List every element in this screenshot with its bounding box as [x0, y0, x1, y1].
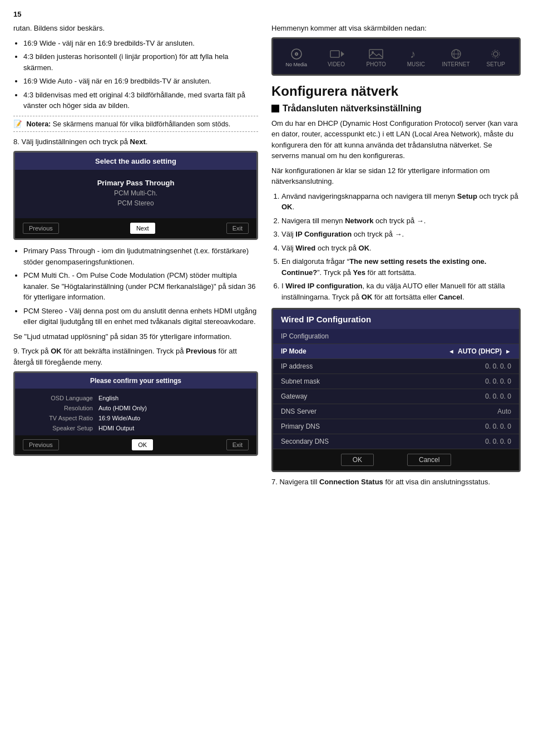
step-item: Välj IP Configuration och tryck på →. [281, 229, 521, 240]
arrow-right-icon: ► [505, 348, 511, 355]
svg-point-12 [492, 50, 500, 58]
audio-option-1: Primary Pass Through [26, 179, 245, 187]
step-item: Välj Wired och tryck på OK. [281, 243, 521, 254]
wired-ok-button[interactable]: OK [341, 454, 374, 466]
tv-menu-item-video: VIDEO [318, 46, 355, 70]
hemmenyn-heading: Hemmenyn kommer att visa skärmbilden ned… [271, 23, 521, 34]
list-item: PCM Stereo - Välj denna post om du anslu… [23, 306, 258, 327]
confirm-row: Resolution Auto (HDMI Only) [15, 403, 256, 413]
confirm-row: Speaker Setup HDMI Output [15, 423, 256, 433]
tv-menu-item-setup: SETUP [477, 46, 515, 70]
wired-ip-title: Wired IP Configuration [273, 310, 519, 329]
tv-menu-bar: No Media VIDEO PHOTO [278, 46, 515, 70]
list-item: 4:3 bilden justeras horisontell (i linjä… [23, 51, 258, 73]
intro-text: Om du har en DHCP (Dynamic Host Configur… [271, 118, 521, 161]
list-item: Primary Pass Through - iom din ljudutmat… [23, 246, 258, 267]
arrow-left-icon: ◄ [448, 348, 454, 355]
confirm-previous-button[interactable]: Previous [23, 439, 59, 450]
svg-marker-4 [341, 51, 344, 57]
rutan-text: rutan. Bildens sidor beskärs. [13, 23, 258, 34]
wired-cancel-button[interactable]: Cancel [407, 454, 451, 466]
confirm-exit-button[interactable]: Exit [226, 439, 249, 450]
bullet-list-1: 16:9 Wide - välj när en 16:9 bredbilds-T… [23, 38, 258, 111]
list-item: PCM Multi Ch. - Om Pulse Code Modulation… [23, 270, 258, 303]
tv-menu-item-no-media: No Media [278, 46, 315, 70]
left-column: rutan. Bildens sidor beskärs. 16:9 Wide … [13, 23, 258, 492]
see-audio-text: Se "Ljud utmatad upplösning" på sidan 35… [13, 331, 258, 342]
audio-previous-button[interactable]: Previous [23, 223, 59, 234]
steps-list: Använd navigeringsknapparna och navigera… [281, 191, 521, 303]
step9-text: 9. Tryck på OK för att bekräfta inställn… [13, 346, 258, 367]
confirm-footer: Previous OK Exit [15, 435, 256, 454]
music-icon: ♪ [408, 48, 424, 60]
note-text: Se skärmens manual för vilka bildförhåll… [53, 120, 231, 128]
audio-next-button[interactable]: Next [130, 223, 155, 234]
tv-menu-item-music: ♪ MUSIC [397, 46, 435, 70]
wired-ip-footer: OK Cancel [273, 449, 519, 470]
wired-ip-row-ip-mode: IP Mode ◄ AUTO (DHCP) ► [273, 344, 519, 359]
tv-menu-item-photo: PHOTO [357, 46, 395, 70]
svg-text:♪: ♪ [410, 48, 416, 60]
confirm-rows: OSD Language English Resolution Auto (HD… [15, 389, 256, 435]
note-icon: 📝 [13, 120, 22, 128]
gear-icon [488, 48, 503, 60]
photo-icon [368, 48, 384, 60]
list-item: 4:3 bildenvisas med ett original 4:3 bil… [23, 90, 258, 111]
step-item: I Wired IP configuration, ka du välja AU… [281, 281, 521, 302]
bullet-list-2: Primary Pass Through - iom din ljudutmat… [23, 246, 258, 327]
step-item: Använd navigeringsknapparna och navigera… [281, 191, 521, 213]
audio-exit-button[interactable]: Exit [226, 223, 249, 234]
wired-ip-config-box: Wired IP Configuration IP Configuration … [271, 308, 521, 472]
confirm-ok-button[interactable]: OK [132, 439, 153, 450]
step-item: En dialgoruta frågar “The new setting re… [281, 256, 521, 278]
wired-ip-row-secondary-dns: Secondary DNS 0. 0. 0. 0 [273, 434, 519, 449]
black-square-icon [271, 105, 279, 112]
confirm-row: OSD Language English [15, 393, 256, 403]
section-heading: Konfigurera nätverk [271, 84, 521, 99]
wired-ip-row-subnet: Subnet mask 0. 0. 0. 0 [273, 374, 519, 389]
confirm-title: Please confirm your settings [15, 373, 256, 389]
wired-ip-header-row: IP Configuration [273, 329, 519, 344]
confirm-settings-screen: Please confirm your settings OSD Languag… [13, 371, 258, 456]
audio-setting-screen: Select the audio setting Primary Pass Th… [13, 151, 258, 240]
confirm-row: TV Aspect Ratio 16:9 Wide/Auto [15, 413, 256, 423]
wired-ip-row-primary-dns: Primary DNS 0. 0. 0. 0 [273, 419, 519, 434]
audio-screen-content: Primary Pass Through PCM Multi-Ch. PCM S… [15, 170, 256, 218]
disc-icon [289, 48, 304, 60]
note-box: 📝 Notera: Se skärmens manual för vilka b… [13, 116, 258, 132]
note-label: Notera: [26, 120, 51, 128]
tv-home-screen: No Media VIDEO PHOTO [271, 37, 521, 76]
audio-screen-title: Select the audio setting [15, 153, 256, 170]
step-item: Navigera till menyn Network och tryck på… [281, 215, 521, 227]
svg-rect-3 [330, 51, 339, 57]
tv-no-media-label: No Media [286, 62, 308, 67]
audio-option-2: PCM Multi-Ch. [26, 189, 245, 197]
audio-screen-footer: Previous Next Exit [15, 218, 256, 238]
step8-text: 8. Välj ljudinställningen och tryck på N… [13, 136, 258, 148]
konfiguration-text: När konfigurationen är klar se sidan 12 … [271, 165, 521, 187]
globe-icon [448, 48, 464, 60]
wired-ip-row-ip-address: IP address 0. 0. 0. 0 [273, 359, 519, 374]
svg-point-11 [493, 52, 498, 56]
wired-ip-row-gateway: Gateway 0. 0. 0. 0 [273, 389, 519, 404]
subsection-heading: Trådansluten nätverksinställning [271, 104, 521, 114]
tv-menu-item-internet: INTERNET [437, 46, 475, 70]
video-icon [329, 48, 344, 60]
list-item: 16:9 Wide Auto - välj när en 16:9 bredbi… [23, 76, 258, 87]
wired-ip-row-dns-server: DNS Server Auto [273, 404, 519, 419]
step7-text: 7. Navigera till Connection Status för a… [271, 477, 521, 488]
page-number: 15 [13, 10, 521, 18]
svg-point-2 [296, 53, 297, 55]
audio-option-3: PCM Stereo [26, 199, 245, 207]
list-item: 16:9 Wide - välj när en 16:9 bredbilds-T… [23, 38, 258, 49]
right-column: Hemmenyn kommer att visa skärmbilden ned… [271, 23, 521, 492]
